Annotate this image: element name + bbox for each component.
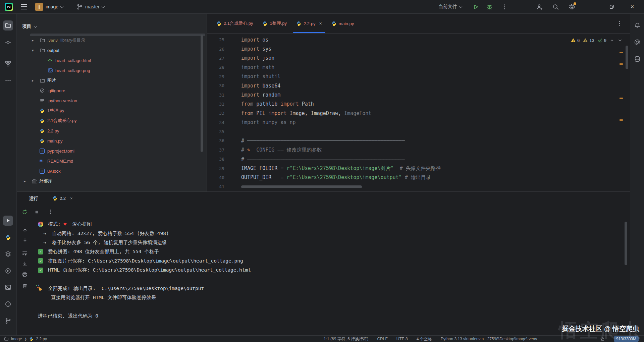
restore-button[interactable] bbox=[604, 0, 620, 13]
tree-item[interactable]: .python-version bbox=[17, 96, 207, 106]
status-segment[interactable]: 4 个空格 bbox=[417, 336, 432, 342]
prev-occurrence-button[interactable] bbox=[21, 227, 28, 234]
project-tree[interactable]: ▸.venvlibrary根目录▾output<>heart_collage.h… bbox=[17, 35, 207, 186]
run-button[interactable] bbox=[472, 0, 479, 13]
tab-close-icon[interactable]: × bbox=[319, 21, 322, 26]
arrow-up-icon bbox=[22, 228, 28, 233]
more-actions-button[interactable] bbox=[501, 0, 508, 13]
close-icon[interactable]: × bbox=[70, 196, 73, 201]
debug-button[interactable] bbox=[486, 0, 493, 13]
tree-item[interactable]: Tpyproject.toml bbox=[17, 146, 207, 156]
code-line: 30import base64 bbox=[207, 81, 630, 90]
tab-options-button[interactable] bbox=[616, 20, 623, 26]
ai-assistant-button[interactable] bbox=[634, 39, 641, 46]
rerun-button[interactable] bbox=[21, 209, 28, 215]
code-line: 32from pathlib import Path bbox=[207, 100, 630, 109]
error-stripe-mark[interactable] bbox=[620, 63, 623, 65]
settings-button[interactable] bbox=[568, 0, 576, 13]
tree-item[interactable]: ▸图片 bbox=[17, 75, 207, 86]
print-button[interactable] bbox=[21, 271, 28, 278]
console-scrollbar[interactable] bbox=[625, 222, 627, 265]
status-segment[interactable]: Python 3.13 virtualenv a...27598\Desktop… bbox=[441, 337, 537, 341]
tree-chevron-icon[interactable]: ▾ bbox=[32, 48, 40, 53]
error-stripe-mark[interactable] bbox=[620, 52, 623, 53]
soft-wrap-button[interactable] bbox=[21, 250, 28, 256]
search-everywhere-button[interactable] bbox=[552, 0, 559, 13]
project-tree-scrollbar[interactable] bbox=[201, 35, 203, 152]
error-stripe-mark[interactable] bbox=[620, 119, 623, 121]
tree-item[interactable]: 2.1合成爱心.py bbox=[17, 116, 207, 126]
editor-horizontal-scrollbar[interactable] bbox=[241, 185, 362, 188]
run-configuration-selector[interactable]: 当前文件 bbox=[438, 0, 462, 13]
editor-tab[interactable]: 2.2.py× bbox=[291, 14, 327, 33]
status-breadcrumb[interactable]: image ❯ 2.2.py bbox=[4, 336, 47, 342]
tool-vcs-button[interactable] bbox=[5, 318, 11, 324]
editor-vertical-scrollbar[interactable] bbox=[626, 46, 628, 69]
tree-item[interactable]: 2.2.py bbox=[17, 126, 207, 136]
notifications-button[interactable] bbox=[634, 22, 641, 29]
next-occurrence-button[interactable] bbox=[21, 236, 28, 243]
stop-button[interactable] bbox=[34, 209, 40, 215]
tool-python-packages-button[interactable] bbox=[5, 250, 11, 257]
tree-item[interactable]: <>heart_collage.html bbox=[17, 55, 207, 65]
tree-chevron-icon[interactable]: ▸ bbox=[32, 78, 40, 83]
editor-area[interactable]: 2.1合成爱心.py1整理.py2.2.py×main.py 25import … bbox=[207, 14, 630, 191]
tree-item[interactable]: 1整理.py bbox=[17, 106, 207, 116]
project-panel-header[interactable]: 项目 bbox=[22, 20, 37, 33]
kebab-icon bbox=[501, 4, 508, 10]
tool-project-button[interactable] bbox=[5, 22, 11, 29]
vcs-branch-widget[interactable]: master bbox=[76, 0, 104, 13]
lock-icon[interactable] bbox=[600, 337, 605, 341]
code-text: # ──────────────────────────────────────… bbox=[224, 138, 405, 144]
tree-item[interactable]: ▸外部库 bbox=[17, 176, 207, 186]
editor-tab[interactable]: 1整理.py bbox=[258, 14, 291, 33]
run-tab-label: 2.2 bbox=[60, 196, 66, 201]
console-line: 全部完成! 输出目录: C:\Users\27598\Desktop\image… bbox=[34, 284, 616, 293]
tree-item[interactable]: ▸.venvlibrary根目录 bbox=[17, 35, 207, 45]
tree-item[interactable]: .gitignore bbox=[17, 86, 207, 96]
memory-indicator[interactable]: 913/3300M bbox=[614, 336, 639, 342]
console-output[interactable]: 模式: ♥ 爱心拼图→ 自动网格: 32×27, 爱心格子数=554 (好友数=… bbox=[34, 220, 616, 321]
warnings-group: 6 bbox=[571, 38, 580, 43]
tool-structure-button[interactable] bbox=[5, 60, 11, 67]
editor-tab[interactable]: 2.1合成爱心.py bbox=[212, 14, 258, 33]
prev-problem-button[interactable] bbox=[609, 38, 614, 43]
tool-problems-button[interactable] bbox=[5, 301, 11, 307]
run-more-options-button[interactable] bbox=[48, 209, 54, 215]
tool-run-button[interactable] bbox=[5, 217, 11, 224]
tool-services-button[interactable] bbox=[5, 268, 11, 274]
close-button[interactable]: × bbox=[625, 0, 640, 13]
run-tab[interactable]: 2.2 × bbox=[52, 196, 73, 201]
status-segment[interactable]: CRLF bbox=[377, 337, 387, 341]
next-problem-button[interactable] bbox=[618, 38, 623, 43]
breadcrumb-project[interactable]: image bbox=[11, 337, 22, 341]
main-menu-button[interactable] bbox=[21, 0, 27, 13]
console-line: ✓爱心拼图: 498 位好友全部用上, 共 554 个格子 bbox=[34, 247, 616, 256]
tree-item[interactable]: main.py bbox=[17, 136, 207, 146]
database-button[interactable] bbox=[634, 56, 641, 62]
tool-terminal-button[interactable] bbox=[5, 284, 11, 291]
error-stripe-mark[interactable] bbox=[620, 98, 623, 99]
project-widget[interactable]: I image bbox=[35, 0, 63, 13]
code-viewport[interactable]: 25import os26import sys27import json28im… bbox=[207, 34, 630, 193]
minimize-button[interactable] bbox=[585, 0, 600, 13]
code-with-me-button[interactable] bbox=[536, 0, 543, 13]
tree-item[interactable]: ▾output bbox=[17, 45, 207, 55]
tree-item[interactable]: heart_collage.png bbox=[17, 65, 207, 75]
tool-more-button[interactable] bbox=[5, 77, 11, 84]
tree-chevron-icon[interactable]: ▸ bbox=[24, 179, 32, 183]
tree-item[interactable]: Tuv.lock bbox=[17, 166, 207, 176]
editor-tab[interactable]: main.py bbox=[327, 14, 359, 33]
tool-commit-button[interactable] bbox=[5, 39, 11, 46]
clear-all-button[interactable] bbox=[21, 283, 28, 289]
tool-python-console-button[interactable] bbox=[5, 234, 11, 241]
status-segment[interactable]: UTF-8 bbox=[396, 337, 408, 341]
scroll-to-end-button[interactable] bbox=[21, 261, 28, 267]
status-segment[interactable]: 1:1 (69 字符, 6 行换行符) bbox=[324, 336, 368, 342]
inspections-widget[interactable]: 6 13 9 bbox=[571, 36, 623, 45]
breadcrumb-file[interactable]: 2.2.py bbox=[36, 337, 47, 341]
tree-item[interactable]: M↓README.md bbox=[17, 156, 207, 166]
console-line: 进程已结束, 退出代码为 0 bbox=[34, 311, 616, 321]
tree-chevron-icon[interactable]: ▸ bbox=[32, 38, 40, 43]
warning-icon bbox=[571, 38, 576, 43]
